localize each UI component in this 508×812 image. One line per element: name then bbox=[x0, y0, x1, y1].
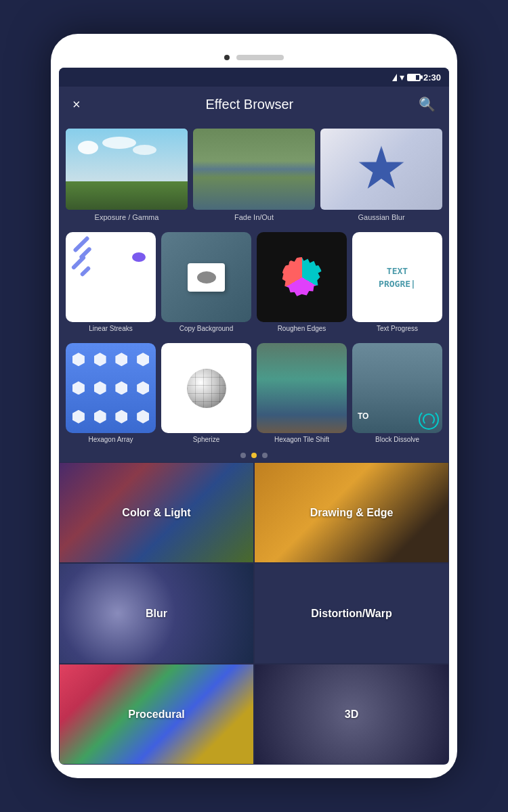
hex-icon bbox=[115, 381, 127, 394]
effect-block-dissolve[interactable]: TO Block Dissolve bbox=[352, 343, 442, 443]
category-color-light[interactable]: Color & Light bbox=[59, 462, 254, 563]
thumb-linear bbox=[66, 232, 156, 322]
star-icon bbox=[358, 145, 405, 193]
thumb-spherize bbox=[161, 343, 251, 433]
pagination-dot-3[interactable] bbox=[262, 453, 268, 458]
category-label-3d: 3D bbox=[345, 708, 358, 721]
featured-thumb-exposure bbox=[66, 129, 188, 210]
category-blur[interactable]: Blur bbox=[59, 563, 254, 664]
hex-icon bbox=[72, 381, 85, 394]
effect-label-roughen: Roughen Edges bbox=[278, 325, 326, 332]
effect-label-copy: Copy Background bbox=[179, 325, 234, 332]
featured-item-exposure[interactable]: Exposure / Gamma bbox=[66, 129, 188, 227]
hex-icon bbox=[72, 353, 85, 366]
phone-screen: ▾ 2:30 × Effect Browser 🔍 bbox=[59, 68, 449, 765]
featured-label-gaussian: Gaussian Blur bbox=[358, 213, 404, 227]
sphere-grid-icon bbox=[187, 369, 226, 408]
effect-label-hextile: Hexagon Tile Shift bbox=[274, 436, 329, 443]
featured-label-exposure: Exposure / Gamma bbox=[95, 213, 159, 227]
front-camera bbox=[224, 55, 230, 60]
category-label-drawing-edge: Drawing & Edge bbox=[310, 507, 394, 519]
phone-top bbox=[59, 47, 449, 68]
category-procedural[interactable]: Procedural bbox=[59, 664, 254, 765]
effect-copy-background[interactable]: Copy Background bbox=[161, 232, 251, 332]
hex-icon bbox=[137, 381, 149, 394]
pagination-dot-1[interactable] bbox=[240, 453, 246, 458]
signal-icon bbox=[392, 74, 397, 81]
category-grid: Color & Light Drawing & Edge Blur Distor… bbox=[59, 462, 449, 765]
featured-item-gaussian[interactable]: Gaussian Blur bbox=[320, 129, 442, 227]
status-icons: ▾ 2:30 bbox=[392, 72, 441, 83]
featured-label-fade: Fade In/Out bbox=[234, 213, 274, 227]
thumb-hexagon bbox=[66, 343, 156, 433]
wifi-icon: ▾ bbox=[400, 72, 404, 83]
effect-hextile[interactable]: Hexagon Tile Shift bbox=[257, 343, 347, 443]
category-3d[interactable]: 3D bbox=[254, 664, 449, 765]
text-progress-line1: TEXT bbox=[387, 266, 408, 276]
hex-icon bbox=[94, 381, 106, 394]
category-drawing-edge[interactable]: Drawing & Edge bbox=[254, 462, 449, 563]
category-label-procedural: Procedural bbox=[128, 708, 185, 721]
battery-icon bbox=[407, 74, 421, 81]
category-label-color-light: Color & Light bbox=[122, 507, 190, 519]
search-button[interactable]: 🔍 bbox=[416, 93, 438, 115]
close-button[interactable]: × bbox=[70, 94, 83, 115]
featured-thumb-fade bbox=[193, 129, 315, 210]
featured-item-fade[interactable]: Fade In/Out bbox=[193, 129, 315, 227]
thumb-copy bbox=[161, 232, 251, 322]
thumb-hextile bbox=[257, 343, 347, 433]
status-time: 2:30 bbox=[423, 72, 441, 83]
phone-frame: ▾ 2:30 × Effect Browser 🔍 bbox=[51, 34, 457, 778]
effect-label-text: Text Progress bbox=[377, 325, 418, 332]
featured-thumb-gaussian bbox=[320, 129, 442, 210]
category-label-blur: Blur bbox=[146, 608, 167, 620]
effect-hexagon-array[interactable]: Hexagon Array bbox=[66, 343, 156, 443]
hex-icon bbox=[137, 353, 149, 366]
thumb-blockdissolve: TO bbox=[352, 343, 442, 433]
hex-icon bbox=[115, 410, 127, 424]
effects-grid-row2: Hexagon Array Spherize Hexagon Tile Shif… bbox=[59, 338, 449, 449]
card-oval-icon bbox=[197, 271, 216, 284]
status-bar: ▾ 2:30 bbox=[59, 68, 449, 87]
sphere-icon bbox=[187, 369, 226, 408]
effect-linear-streaks[interactable]: Linear Streaks bbox=[66, 232, 156, 332]
category-distortion[interactable]: Distortion/Warp bbox=[254, 563, 449, 664]
hex-icon bbox=[94, 353, 106, 366]
copy-card-icon bbox=[188, 263, 225, 292]
pagination bbox=[59, 449, 449, 462]
effects-grid-row1: Linear Streaks Copy Background Roughen E… bbox=[59, 227, 449, 338]
oval-icon bbox=[132, 252, 146, 262]
thumb-roughen bbox=[257, 232, 347, 322]
category-label-distortion: Distortion/Warp bbox=[311, 608, 391, 620]
hex-icon bbox=[72, 410, 85, 424]
featured-row: Exposure / Gamma Fade In/Out Gaussian Bl… bbox=[59, 122, 449, 227]
effect-label-blockdissolve: Block Dissolve bbox=[375, 436, 419, 443]
text-progress-line2: PROGRE| bbox=[379, 279, 416, 289]
effect-spherize[interactable]: Spherize bbox=[161, 343, 251, 443]
dissolve-spiral-icon bbox=[419, 409, 439, 430]
hex-icon bbox=[94, 410, 106, 424]
effect-label-spherize: Spherize bbox=[193, 436, 219, 443]
hex-icon bbox=[115, 353, 127, 366]
app-header: × Effect Browser 🔍 bbox=[59, 87, 449, 122]
effect-label-linear: Linear Streaks bbox=[89, 325, 132, 332]
effect-roughen-edges[interactable]: Roughen Edges bbox=[257, 232, 347, 332]
thumb-text: TEXT PROGRE| bbox=[352, 232, 442, 322]
dissolve-to-label: TO bbox=[358, 411, 368, 421]
pagination-dot-2[interactable] bbox=[251, 453, 257, 458]
speaker bbox=[236, 55, 284, 60]
roughen-circle-icon bbox=[282, 257, 322, 298]
effect-text-progress[interactable]: TEXT PROGRE| Text Progress bbox=[352, 232, 442, 332]
page-title: Effect Browser bbox=[206, 97, 294, 112]
hex-icon bbox=[137, 410, 149, 424]
effect-label-hexarray: Hexagon Array bbox=[88, 436, 133, 443]
